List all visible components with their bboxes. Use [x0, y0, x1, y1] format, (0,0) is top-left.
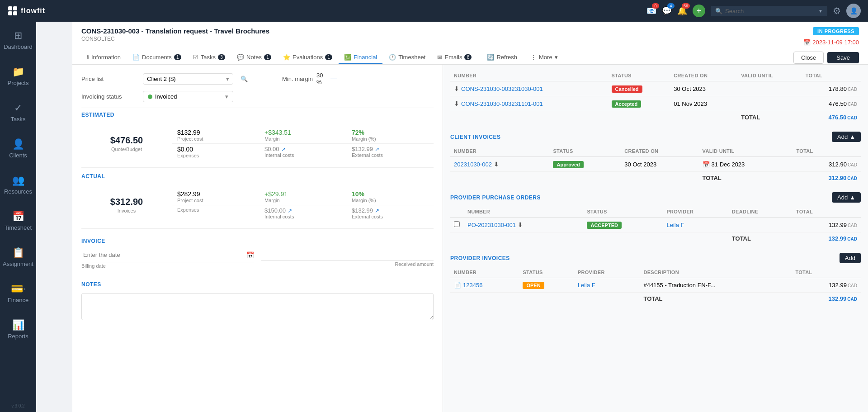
- download-icon[interactable]: ⬇: [518, 221, 523, 228]
- quotes-col-created: CREATED ON: [670, 70, 737, 81]
- add-button[interactable]: +: [693, 5, 705, 17]
- quotes-total-value: 476.50CAD: [802, 111, 861, 125]
- actual-invoices: $312.90 Invoices: [81, 189, 172, 221]
- ppo-add-button[interactable]: Add ▲: [832, 192, 861, 203]
- sidebar-item-dashboard[interactable]: ⊞ Dashboard: [0, 22, 36, 58]
- download-icon[interactable]: ⬇: [454, 100, 459, 107]
- sidebar-item-tasks[interactable]: ✓ Tasks: [0, 94, 36, 130]
- actual-internal-costs-link-icon[interactable]: ↗: [288, 208, 292, 214]
- more-button[interactable]: ⋮ More ▾: [525, 51, 563, 63]
- tab-actions: Close Save: [793, 52, 859, 64]
- invoicing-status-select[interactable]: Invoiced ▾: [143, 91, 233, 102]
- estimated-margin: +$343.51 Margin: [259, 127, 346, 144]
- tasks-tab-icon: ☑: [193, 54, 198, 61]
- svg-rect-0: [8, 6, 12, 10]
- notification-icon[interactable]: 🔔 56: [677, 6, 687, 16]
- internal-costs-link-icon[interactable]: ↗: [281, 146, 286, 152]
- sidebar-item-projects[interactable]: 📁 Projects: [0, 58, 36, 94]
- billing-date-input[interactable]: [81, 250, 243, 260]
- left-panel: Price list Client 2 ($) ▾ 🔍 Min. margin …: [72, 65, 443, 412]
- sidebar-item-assignment[interactable]: 📋 Assignment: [0, 239, 36, 275]
- app-logo: flowfit: [7, 5, 45, 16]
- ci-col-total: TOTAL: [793, 146, 861, 157]
- chevron-up-icon: ▲: [849, 133, 855, 140]
- close-button[interactable]: Close: [793, 52, 824, 64]
- download-icon[interactable]: ⬇: [454, 85, 459, 92]
- clients-icon: 👤: [12, 138, 24, 150]
- actual-external-costs-label: External costs: [352, 214, 383, 219]
- ci-status-1: Approved: [549, 157, 621, 172]
- pi-col-status: STATUS: [519, 267, 574, 278]
- price-list-dropdown-icon: ▾: [226, 76, 229, 82]
- actual-project-cost-label: Project cost: [177, 198, 203, 203]
- settings-icon[interactable]: ⚙: [833, 5, 841, 16]
- tab-timesheet[interactable]: 🕐 Timesheet: [383, 51, 431, 64]
- search-input[interactable]: [725, 8, 816, 14]
- reports-icon: 📊: [12, 319, 24, 331]
- download-icon[interactable]: ⬇: [494, 161, 499, 168]
- tab-notes[interactable]: 💬 Notes 1: [231, 51, 277, 64]
- quotes-table: NUMBER STATUS CREATED ON VALID UNTIL TOT…: [450, 70, 861, 124]
- chat-badge: 4: [667, 3, 675, 9]
- pi-col-number: NUMBER: [450, 267, 519, 278]
- quote-created-1: 30 Oct 2023: [670, 81, 737, 96]
- quotes-total-label: TOTAL: [737, 111, 802, 125]
- estimated-project-cost-label: Project cost: [177, 136, 203, 142]
- actual-external-costs-link-icon[interactable]: ↗: [375, 208, 379, 214]
- ppo-number-1: PO-20231030-001 ⬇: [464, 218, 583, 232]
- price-list-search-icon[interactable]: 🔍: [241, 76, 248, 82]
- tab-emails[interactable]: ✉ Emails 8: [432, 51, 477, 64]
- ci-col-number: NUMBER: [450, 146, 549, 157]
- quote-status-1: Cancelled: [608, 81, 670, 96]
- actual-internal-costs-label: Internal costs: [264, 214, 294, 219]
- ppo-col-total: TOTAL: [793, 206, 861, 218]
- dashboard-icon: ⊞: [14, 30, 22, 42]
- billing-date-label: Billing date: [81, 263, 254, 269]
- ppo-col-number: [450, 206, 464, 218]
- evaluations-icon: ⭐: [283, 54, 290, 61]
- client-invoices-add-button[interactable]: Add ▲: [832, 132, 861, 142]
- tab-documents[interactable]: 📄 Documents 1: [127, 51, 187, 64]
- ppo-status-1: ACCEPTED: [583, 218, 663, 232]
- tab-tasks[interactable]: ☑ Tasks 3: [188, 51, 231, 64]
- quotes-total-row: TOTAL 476.50CAD: [450, 111, 861, 125]
- svg-rect-3: [13, 11, 17, 15]
- mail-icon[interactable]: 📧 0: [646, 6, 656, 16]
- ppo-table: NUMBER STATUS PROVIDER DEADLINE TOTAL: [450, 206, 861, 246]
- sidebar-item-clients[interactable]: 👤 Clients: [0, 130, 36, 166]
- tab-information[interactable]: ℹ Information: [81, 51, 126, 64]
- chat-icon[interactable]: 💬 4: [662, 6, 672, 16]
- pi-description-1: #44155 - Traduction EN-F...: [640, 278, 792, 293]
- pi-col-description: DESCRIPTION: [640, 267, 792, 278]
- ppo-row-checkbox[interactable]: [454, 221, 460, 227]
- pi-add-button[interactable]: Add: [840, 253, 861, 263]
- actual-margin: +$29.91 Margin: [259, 189, 346, 205]
- quotes-col-total: TOTAL: [802, 70, 861, 81]
- tasks-icon: ✓: [14, 102, 22, 114]
- sidebar-item-resources[interactable]: 👥 Resources: [0, 166, 36, 203]
- calendar-date-icon[interactable]: 📅: [246, 251, 254, 259]
- price-list-value: Client 2 ($): [147, 76, 176, 82]
- sidebar-item-finance[interactable]: 💳› Finance: [0, 275, 36, 311]
- sidebar-item-timesheet[interactable]: 📅 Timesheet: [0, 203, 36, 239]
- sidebar-label-finance: Finance: [8, 297, 28, 303]
- search-dropdown-icon[interactable]: ▼: [818, 9, 823, 14]
- ppo-title: PROVIDER PURCHASE ORDERS: [450, 194, 541, 201]
- resources-icon: 👥: [12, 175, 24, 186]
- finance-icon: 💳›: [11, 283, 25, 295]
- actual-external-costs-value: $132.99 ↗: [352, 207, 379, 214]
- notes-textarea[interactable]: [81, 293, 434, 320]
- tab-financial[interactable]: 💹 Financial: [339, 51, 382, 64]
- more-chevron-icon: ▾: [555, 54, 558, 61]
- user-avatar[interactable]: 👤: [846, 4, 861, 18]
- price-list-select[interactable]: Client 2 ($) ▾: [143, 73, 233, 85]
- save-button[interactable]: Save: [827, 52, 859, 63]
- min-margin-label: Min. margin: [282, 76, 313, 82]
- sidebar-item-reports[interactable]: 📊 Reports: [0, 311, 36, 347]
- pi-status-1: OPEN: [519, 278, 574, 293]
- assignment-icon: 📋: [12, 247, 24, 259]
- external-costs-link-icon[interactable]: ↗: [375, 146, 379, 152]
- refresh-button[interactable]: 🔄 Refresh: [481, 51, 523, 63]
- tab-evaluations[interactable]: ⭐ Evaluations 1: [278, 51, 338, 64]
- ppo-col-deadline: DEADLINE: [728, 206, 793, 218]
